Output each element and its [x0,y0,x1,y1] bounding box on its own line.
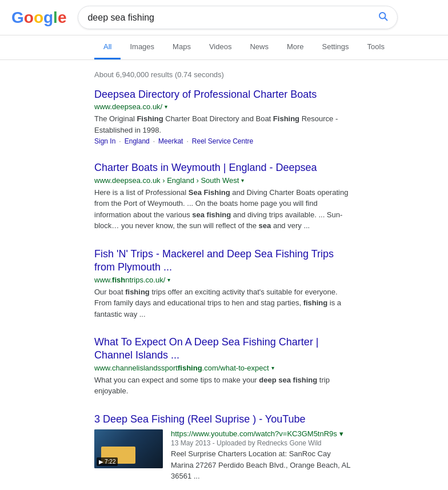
play-icon: ▶ [99,459,103,465]
logo-letter-l: l [53,10,58,26]
youtube-meta: 13 May 2013 - Uploaded by Rednecks Gone … [171,439,354,447]
svg-line-1 [385,18,387,21]
nav-right: Settings Tools [313,35,394,59]
tab-videos[interactable]: Videos [200,35,241,59]
search-button[interactable] [378,11,388,24]
youtube-url-row: https://www.youtube.com/watch?v=KC3GM5tn… [171,429,354,438]
result-1-url: www.deepsea.co.uk/ [94,102,162,111]
result-2-url-row: www.deepsea.co.uk › England › South West… [94,176,354,185]
tab-all[interactable]: All [94,35,121,59]
result-1-link-meerkat[interactable]: Meerkat [158,137,183,145]
result-3-url: www.fishntrips.co.uk/ [94,276,165,284]
svg-point-0 [379,13,386,19]
tab-settings[interactable]: Settings [313,35,358,59]
youtube-thumbnail[interactable]: ▶ 7:22 [94,429,163,468]
youtube-url: https://www.youtube.com/watch?v=KC3GM5tn… [171,429,337,438]
result-4-title[interactable]: What To Expect On A Deep Sea Fishing Cha… [94,336,354,362]
logo-letter-e: e [58,10,67,26]
result-3-dropdown-icon[interactable]: ▾ [167,277,170,283]
result-1-links: Sign In · England · Meerkat · Reel Servi… [94,137,354,145]
result-1-dropdown-icon[interactable]: ▾ [165,103,167,110]
result-2-title[interactable]: Charter Boats in Weymouth | England - De… [94,161,354,174]
result-2: Charter Boats in Weymouth | England - De… [94,161,354,231]
result-3-title[interactable]: Fish 'N' Trips - Mackerel and Deep Sea F… [94,248,354,274]
play-duration-badge: ▶ 7:22 [97,457,118,466]
result-1-title[interactable]: Deepsea Directory of Professional Charte… [94,88,354,101]
tab-more[interactable]: More [278,35,313,59]
nav-tabs: All Images Maps Videos News More Setting… [0,35,448,60]
result-youtube-title[interactable]: 3 Deep Sea Fishing (Reel Suprise ) - You… [94,413,354,426]
tab-news[interactable]: News [241,35,278,59]
logo-letter-g2: g [43,10,53,26]
video-duration: 7:22 [105,459,115,465]
youtube-info: https://www.youtube.com/watch?v=KC3GM5tn… [171,429,354,482]
youtube-snippet: Reel Surprise Charters Location at: SanR… [171,448,354,482]
result-4-snippet: What you can expect and some tips to mak… [94,375,354,397]
result-1: Deepsea Directory of Professional Charte… [94,88,354,145]
result-2-url: www.deepsea.co.uk › England › South West [94,176,239,185]
result-4-dropdown-icon[interactable]: ▾ [271,365,274,371]
result-1-url-row: www.deepsea.co.uk/ ▾ [94,102,354,111]
result-1-link-england[interactable]: England [125,137,150,145]
result-count: About 6,940,000 results (0.74 seconds) [94,70,354,79]
logo-letter-o2: o [34,10,43,26]
tab-images[interactable]: Images [121,35,163,59]
result-1-link-reel[interactable]: Reel Service Centre [192,137,253,145]
result-2-dropdown-icon[interactable]: ▾ [241,177,244,184]
logo-letter-o1: o [24,10,34,26]
results-area: About 6,940,000 results (0.74 seconds) D… [0,60,448,490]
result-3-snippet: Our boat fishing trips offer an exciting… [94,286,354,320]
result-3-url-row: www.fishntrips.co.uk/ ▾ [94,276,354,284]
youtube-content: ▶ 7:22 https://www.youtube.com/watch?v=K… [94,429,354,482]
search-bar [78,6,398,29]
logo-letter-g: G [11,10,24,26]
result-4-url: www.channelislandssportfishing.com/what-… [94,364,269,372]
header: G o o g l e [0,0,448,35]
google-logo: G o o g l e [11,10,66,26]
tab-maps[interactable]: Maps [163,35,200,59]
result-youtube: 3 Deep Sea Fishing (Reel Suprise ) - You… [94,413,354,482]
tab-tools[interactable]: Tools [358,35,394,59]
search-input[interactable] [87,13,378,23]
result-1-link-signin[interactable]: Sign In [94,137,115,145]
result-2-snippet: Here is a list of Professional Sea Fishi… [94,187,354,232]
result-1-snippet: The Original Fishing Charter Boat Direct… [94,113,354,136]
result-4-url-row: www.channelislandssportfishing.com/what-… [94,364,354,372]
result-3: Fish 'N' Trips - Mackerel and Deep Sea F… [94,248,354,320]
youtube-dropdown-icon[interactable]: ▾ [339,429,343,438]
result-4: What To Expect On A Deep Sea Fishing Cha… [94,336,354,397]
